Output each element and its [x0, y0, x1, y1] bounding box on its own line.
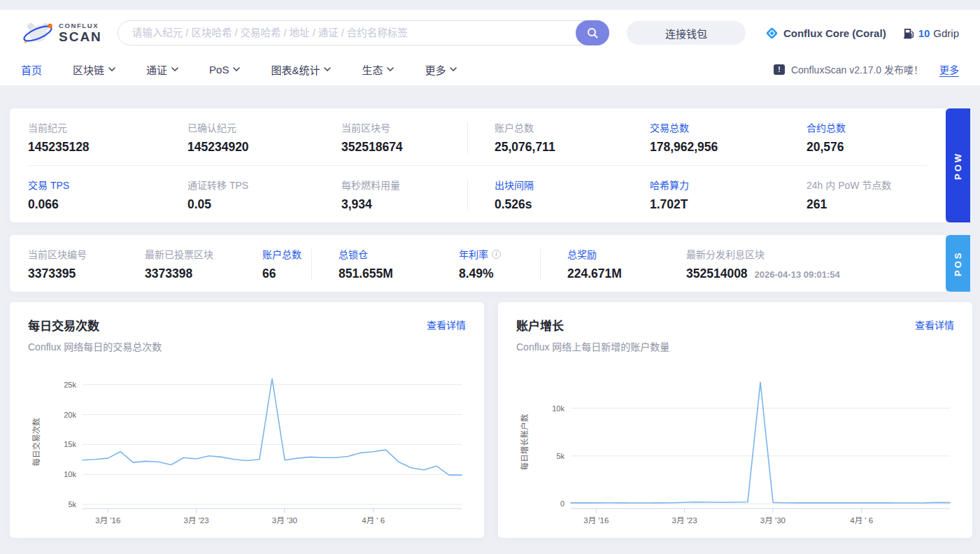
- stat-label[interactable]: 合约总数: [807, 120, 928, 134]
- stat-value: 0.526s: [495, 197, 650, 212]
- x-tick-label: 4月 ' 6: [850, 516, 873, 525]
- stat-label[interactable]: 交易总数: [650, 120, 807, 134]
- pow-tab[interactable]: POW: [946, 108, 970, 222]
- y-tick-label: 10k: [552, 404, 564, 413]
- stat-value: 25,076,711: [495, 140, 650, 155]
- chart-title: 账户增长: [516, 316, 954, 334]
- stat-item: 总锁仓851.655M: [339, 247, 459, 281]
- stat-item: 出块间隔0.526s: [495, 178, 650, 212]
- stat-label[interactable]: 交易 TPS: [28, 178, 187, 192]
- stat-value: 178,962,956: [650, 140, 807, 155]
- connect-wallet-button[interactable]: 连接钱包: [627, 21, 746, 45]
- stat-value: 261: [807, 197, 928, 212]
- stat-item: 年利率i8.49%: [459, 247, 540, 281]
- stat-label: 通证转移 TPS: [187, 178, 341, 192]
- chevron-down-icon: [450, 67, 457, 71]
- y-tick-label: 5k: [556, 452, 564, 460]
- nav-item-menu[interactable]: PoS: [209, 64, 240, 76]
- stat-item: 账户总数66: [262, 247, 311, 281]
- stat-item: 当前区块号352518674: [341, 120, 467, 155]
- stat-item: 最新已投票区块3373398: [145, 247, 262, 281]
- search-button[interactable]: [576, 20, 609, 45]
- stat-item: 通证转移 TPS0.05: [187, 178, 341, 212]
- stat-value: 145234920: [187, 140, 341, 155]
- x-tick-label: 3月 '16: [583, 516, 609, 525]
- stat-item: 24h 内 PoW 节点数261: [807, 178, 928, 212]
- pos-tab[interactable]: POS: [946, 235, 970, 292]
- stat-timestamp: 2026-04-13 09:01:54: [755, 269, 840, 280]
- network-selector[interactable]: Conflux Core (Coral): [765, 27, 886, 40]
- stat-item: 哈希算力1.702T: [650, 178, 807, 212]
- stat-value: 352518674: [341, 140, 467, 155]
- chevron-down-icon: [108, 67, 115, 71]
- stat-label[interactable]: 账户总数: [262, 247, 311, 261]
- x-tick-label: 4月 ' 6: [362, 516, 385, 525]
- chart-subtitle: Conflux 网络每日的交易总次数: [28, 339, 466, 353]
- stat-value: 1.702T: [650, 197, 807, 212]
- stat-value: 20,576: [807, 140, 928, 155]
- data-line: [571, 383, 950, 503]
- data-line: [83, 378, 462, 475]
- stat-item: 当前区块编号3373395: [28, 247, 145, 281]
- panda-orbit-logo-icon: [21, 18, 55, 48]
- nav-item-menu[interactable]: 图表&统计: [271, 62, 331, 77]
- y-tick-label: 0: [560, 499, 564, 508]
- gas-unit: Gdrip: [933, 27, 959, 39]
- announcement-icon: !: [774, 64, 785, 75]
- nav-item-home[interactable]: 首页: [21, 62, 42, 77]
- pow-stats-section: 当前纪元145235128已确认纪元145234920当前区块号35251867…: [10, 108, 970, 222]
- vertical-divider: [540, 249, 541, 280]
- pow-stats-card: 当前纪元145235128已确认纪元145234920当前区块号35251867…: [10, 108, 946, 222]
- nav-item-menu[interactable]: 生态: [362, 62, 394, 77]
- stat-label: 账户总数: [495, 120, 650, 134]
- chevron-down-icon: [324, 67, 331, 71]
- stat-label: 已确认纪元: [187, 120, 341, 134]
- vertical-divider: [467, 122, 468, 153]
- pos-stats-section: 当前区块编号3373395最新已投票区块3373398账户总数66总锁仓851.…: [10, 235, 970, 292]
- stat-label[interactable]: 年利率i: [459, 247, 540, 261]
- search-input[interactable]: [118, 20, 609, 45]
- chevron-down-icon: [171, 67, 178, 71]
- chevron-down-icon: [233, 67, 240, 71]
- y-tick-label: 15k: [64, 440, 76, 448]
- chart-title: 每日交易次数: [28, 316, 466, 334]
- stat-label: 最新已投票区块: [145, 247, 262, 261]
- stat-label[interactable]: 出块间隔: [495, 178, 650, 192]
- nav-label: 图表&统计: [271, 62, 320, 77]
- search-bar: [118, 20, 609, 45]
- x-tick-label: 3月 '23: [672, 516, 697, 525]
- brand-conflux: CONFLUX: [59, 22, 102, 29]
- y-axis-title: 每日交易次数: [31, 418, 41, 466]
- stat-label: 当前区块编号: [28, 247, 145, 261]
- stat-label[interactable]: 哈希算力: [650, 178, 807, 192]
- chart-subtitle: Conflux 网络上每日新增的账户数量: [516, 339, 954, 353]
- x-tick-label: 3月 '30: [760, 516, 786, 525]
- stat-item: 当前纪元145235128: [28, 120, 187, 155]
- y-tick-label: 5k: [68, 500, 76, 509]
- stat-label[interactable]: 总奖励: [567, 247, 686, 261]
- stat-value: 851.655M: [339, 267, 459, 281]
- gas-tracker[interactable]: 10 Gdrip: [903, 27, 959, 39]
- info-icon: i: [492, 250, 501, 259]
- daily-transactions-line-chart: 5k10k15k20k25k3月 '163月 '233月 '304月 ' 6每日…: [28, 364, 466, 535]
- notice-more-link[interactable]: 更多: [939, 62, 959, 76]
- stat-item: 每秒燃料用量3,934: [341, 178, 467, 212]
- stat-value: 145235128: [28, 140, 187, 155]
- nav-item-menu[interactable]: 通证: [146, 62, 178, 77]
- pow-stats-row-1: 当前纪元145235128已确认纪元145234920当前区块号35251867…: [28, 108, 928, 165]
- network-name: Conflux Core (Coral): [783, 27, 886, 39]
- stat-label: 24h 内 PoW 节点数: [807, 178, 928, 192]
- brand-text: CONFLUX SCAN: [59, 22, 102, 43]
- stat-value: 66: [262, 267, 311, 281]
- stat-value: 3,934: [341, 197, 467, 212]
- view-details-link[interactable]: 查看详情: [427, 318, 466, 332]
- nav-item-menu[interactable]: 更多: [425, 62, 457, 77]
- gas-pump-icon: [903, 27, 915, 39]
- view-details-link[interactable]: 查看详情: [915, 318, 954, 332]
- stat-item: 交易总数178,962,956: [650, 120, 807, 155]
- confluxscan-logo[interactable]: CONFLUX SCAN: [21, 18, 102, 48]
- daily-transactions-chart-card: 每日交易次数 Conflux 网络每日的交易总次数 查看详情 5k10k15k2…: [10, 302, 484, 538]
- nav-item-menu[interactable]: 区块链: [73, 62, 115, 77]
- nav-label: 通证: [146, 62, 167, 77]
- stat-label[interactable]: 总锁仓: [339, 247, 459, 261]
